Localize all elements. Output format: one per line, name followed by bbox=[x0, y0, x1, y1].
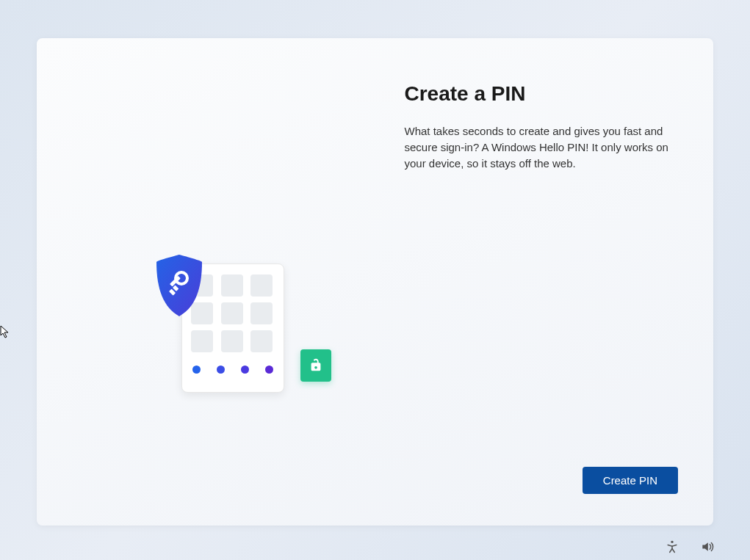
taskbar-tray bbox=[665, 539, 715, 554]
pin-dot bbox=[241, 366, 249, 374]
content-section: Create a PIN What takes seconds to creat… bbox=[375, 38, 714, 526]
pin-dots-row bbox=[191, 363, 275, 374]
illustration-section bbox=[37, 38, 375, 526]
pin-dot bbox=[217, 366, 225, 374]
pin-dot bbox=[192, 366, 201, 374]
keypad-key bbox=[250, 274, 273, 297]
keypad-key bbox=[221, 330, 243, 352]
keypad-key bbox=[191, 330, 213, 352]
keypad-key bbox=[250, 330, 273, 352]
accessibility-icon[interactable] bbox=[665, 539, 679, 554]
unlock-icon bbox=[300, 349, 331, 382]
volume-icon[interactable] bbox=[700, 539, 715, 554]
keypad-key bbox=[250, 302, 273, 324]
oobe-panel: Create a PIN What takes seconds to creat… bbox=[37, 38, 713, 526]
create-pin-button[interactable]: Create PIN bbox=[583, 467, 678, 494]
pin-illustration bbox=[147, 253, 338, 400]
svg-point-4 bbox=[671, 541, 673, 543]
page-title: Create a PIN bbox=[405, 82, 685, 106]
keypad-key bbox=[221, 274, 243, 297]
keypad-key bbox=[221, 302, 243, 324]
cursor-pointer-icon bbox=[0, 325, 10, 338]
page-description: What takes seconds to create and gives y… bbox=[405, 123, 684, 171]
shield-key-icon bbox=[149, 253, 209, 318]
pin-dot bbox=[265, 366, 273, 374]
